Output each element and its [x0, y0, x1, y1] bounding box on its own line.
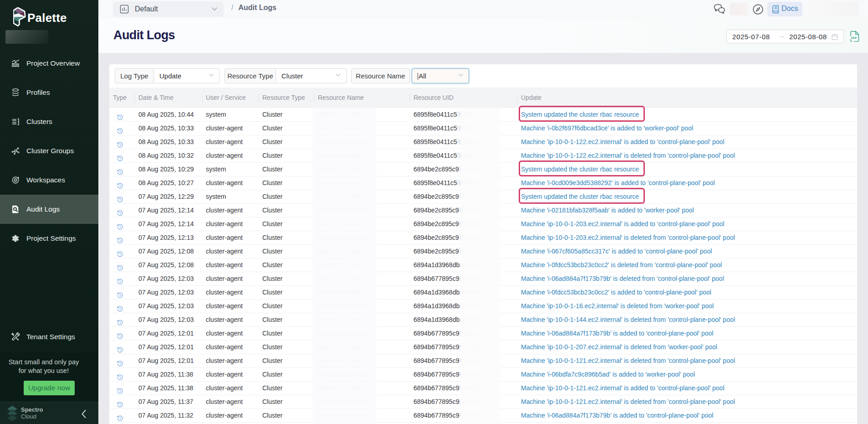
svg-text:csv: csv	[851, 36, 857, 39]
